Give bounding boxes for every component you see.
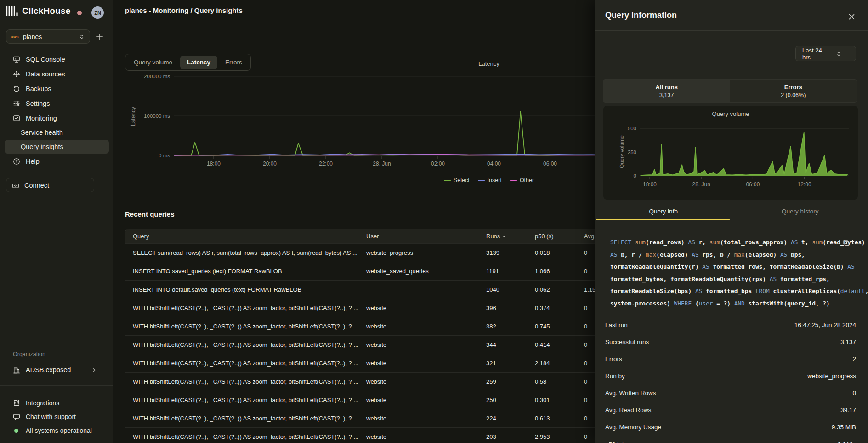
col-header-query[interactable]: Query [125, 233, 366, 240]
tab-query-history[interactable]: Query history [732, 202, 868, 220]
app-window: ClickHouse ZN aws planes SQL Console Dat… [0, 0, 868, 443]
avatar[interactable]: ZN [91, 6, 104, 19]
sidebar-item-help[interactable]: Help [0, 155, 113, 168]
latency-y-axis-label: Latency [130, 93, 136, 139]
connect-button[interactable]: Connect [6, 178, 94, 192]
restore-icon [13, 85, 20, 92]
aws-icon: aws [11, 35, 19, 39]
copy-icon [842, 239, 850, 247]
status-ok-dot [14, 429, 18, 433]
stat-successful-runs: Successful runs3,137 [605, 337, 856, 346]
chevron-updown-icon [79, 34, 85, 40]
data-sources-icon [13, 70, 20, 78]
stat-last-run: Last run16:47:25, Jun 28 2024 [605, 320, 856, 329]
add-service-button[interactable] [96, 33, 104, 41]
stat-avg-memory-usage: Avg. Memory Usage9.35 MiB [605, 422, 856, 431]
sidebar-item-chat-support[interactable]: Chat with support [0, 410, 113, 423]
svg-text:02:00: 02:00 [431, 161, 445, 167]
page-title: planes - Monitoring / Query insights [125, 6, 243, 14]
segment-all-runs[interactable]: All runs 3,137 [603, 80, 730, 102]
active-tab-underline [596, 219, 730, 220]
sidebar-item-settings[interactable]: Settings [0, 97, 113, 110]
sidebar-item-integrations[interactable]: Integrations [0, 397, 113, 409]
select-swatch [444, 180, 451, 181]
clickhouse-logo-icon [6, 6, 18, 16]
time-range-select[interactable]: Last 24 hrs [795, 46, 856, 61]
col-header-user[interactable]: User [366, 233, 486, 240]
sliders-icon [13, 100, 20, 107]
svg-text:200000 ms: 200000 ms [144, 74, 170, 79]
help-icon [13, 158, 20, 165]
svg-text:06:00: 06:00 [543, 161, 557, 167]
insert-swatch [478, 180, 485, 181]
runs-errors-toggle: All runs 3,137 Errors 2 (0.06%) [603, 79, 857, 103]
svg-text:500: 500 [628, 126, 636, 131]
building-icon [13, 367, 20, 374]
svg-text:18:00: 18:00 [643, 181, 657, 188]
connect-icon [12, 182, 19, 189]
project-name: planes [23, 33, 74, 40]
latency-chart-title: Latency [466, 60, 512, 67]
stat-errors: Errors2 [605, 354, 856, 363]
svg-text:28. Jun: 28. Jun [692, 181, 710, 188]
svg-text:18:00: 18:00 [207, 161, 221, 167]
latency-legend: Select Insert Other [443, 177, 535, 184]
panel-tabs: Query info Query history [595, 202, 868, 220]
legend-item-insert[interactable]: Insert [478, 177, 502, 184]
plus-icon [96, 33, 104, 41]
tab-latency[interactable]: Latency [180, 56, 217, 69]
query-volume-card: Query volume Query volume 025050018:0028… [603, 106, 858, 200]
tab-errors[interactable]: Errors [218, 56, 249, 69]
legend-item-other[interactable]: Other [510, 177, 534, 184]
organization-item[interactable]: ADSB.exposed [0, 363, 113, 377]
tab-query-volume[interactable]: Query volume [127, 56, 179, 69]
project-selector[interactable]: aws planes [6, 29, 90, 44]
other-swatch [510, 180, 517, 181]
sql-code-block: SELECT sum(read_rows) AS r, sum(total_ro… [610, 236, 849, 310]
sidebar: ClickHouse ZN aws planes SQL Console Dat… [0, 0, 113, 443]
sidebar-divider [0, 385, 113, 386]
close-icon [848, 13, 856, 21]
organization-label: Organization [13, 351, 45, 357]
sidebar-item-backups[interactable]: Backups [0, 82, 113, 96]
svg-text:20:00: 20:00 [263, 161, 277, 167]
brand-logo[interactable]: ClickHouse [6, 6, 70, 16]
svg-text:06:00: 06:00 [746, 181, 760, 188]
legend-item-select[interactable]: Select [444, 177, 470, 184]
sidebar-item-system-status[interactable]: All systems operational [0, 424, 113, 437]
svg-text:28. Jun: 28. Jun [373, 161, 391, 167]
stat-avg-written-rows: Avg. Written Rows0 [605, 388, 856, 397]
svg-text:250: 250 [628, 150, 636, 155]
stat-avg-read-rows: Avg. Read Rows39.17 [605, 405, 856, 414]
panel-divider [595, 30, 868, 31]
brand-name: ClickHouse [22, 6, 70, 16]
chart-tabs: Query volume Latency Errors [125, 54, 251, 71]
svg-text:12:00: 12:00 [798, 181, 811, 188]
svg-text:22:00: 22:00 [319, 161, 333, 167]
sidebar-item-monitoring[interactable]: Monitoring [0, 111, 113, 125]
close-panel-button[interactable] [848, 13, 856, 21]
chat-bubble-icon [13, 413, 20, 420]
sort-desc-icon [502, 234, 506, 239]
svg-text:0 ms: 0 ms [159, 153, 170, 158]
chevron-updown-icon [827, 51, 851, 57]
tab-query-info[interactable]: Query info [595, 202, 732, 220]
col-header-runs[interactable]: Runs [486, 233, 535, 240]
copy-button[interactable] [842, 239, 850, 247]
sidebar-item-service-health[interactable]: Service health [0, 126, 113, 139]
segment-errors[interactable]: Errors 2 (0.06%) [730, 80, 857, 102]
stat-run-by: Run bywebsite_progress [605, 371, 856, 380]
notification-dot [77, 11, 82, 15]
chevron-right-icon [91, 367, 97, 374]
svg-text:100000 ms: 100000 ms [144, 113, 170, 119]
sidebar-item-data-sources[interactable]: Data sources [0, 67, 113, 81]
sidebar-item-sql-console[interactable]: SQL Console [0, 52, 113, 66]
stat-p50-latency: p50 latency0.018s [605, 439, 856, 443]
sidebar-item-query-insights[interactable]: Query insights [0, 140, 113, 154]
query-information-panel: Query information Last 24 hrs All runs 3… [595, 0, 868, 443]
terminal-icon [13, 56, 20, 63]
svg-text:04:00: 04:00 [487, 161, 501, 167]
panel-title: Query information [605, 11, 677, 20]
recent-queries-title: Recent queries [125, 210, 175, 218]
col-header-p50[interactable]: p50 (s) [535, 233, 584, 240]
